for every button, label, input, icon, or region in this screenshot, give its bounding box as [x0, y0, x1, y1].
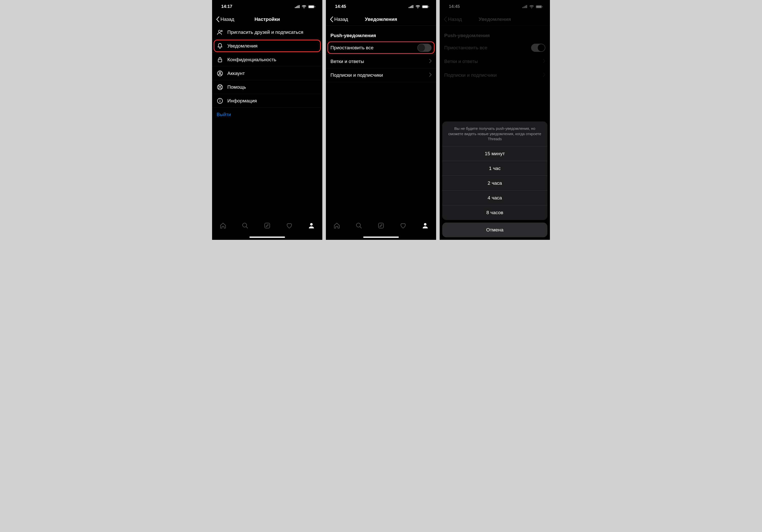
svg-point-7: [218, 30, 220, 32]
svg-rect-28: [522, 7, 523, 8]
tab-bar: [212, 218, 322, 240]
svg-point-14: [220, 99, 220, 100]
svg-rect-30: [525, 6, 526, 8]
row-threads-replies[interactable]: Ветки и ответы: [440, 55, 550, 68]
svg-rect-20: [411, 6, 412, 8]
svg-rect-3: [299, 5, 299, 8]
svg-rect-31: [526, 5, 527, 8]
sheet-option-15min[interactable]: 15 минут: [442, 146, 547, 161]
chevron-right-icon: [543, 72, 545, 78]
action-sheet-group: Вы не будете получать push-уведомления, …: [442, 121, 547, 220]
row-label: Ветки и ответы: [331, 59, 425, 64]
tab-home[interactable]: [217, 222, 229, 229]
row-label: Приостановить все: [331, 45, 413, 50]
sheet-cancel-button[interactable]: Отмена: [442, 223, 547, 237]
svg-rect-26: [378, 223, 384, 228]
status-icons: [522, 5, 543, 8]
svg-rect-24: [428, 6, 429, 7]
chevron-right-icon: [543, 59, 545, 64]
back-button[interactable]: Назад: [330, 17, 348, 22]
svg-rect-18: [409, 7, 410, 8]
settings-item-invite[interactable]: Пригласить друзей и подписаться: [212, 26, 322, 39]
back-button[interactable]: Назад: [216, 17, 234, 22]
settings-item-about[interactable]: Информация: [212, 94, 322, 108]
tab-home[interactable]: [331, 222, 343, 229]
logout-button[interactable]: Выйти: [212, 108, 322, 121]
tab-compose[interactable]: [261, 222, 273, 229]
lock-icon: [217, 56, 223, 63]
section-header-push: Push-уведомления: [440, 26, 550, 41]
settings-item-account[interactable]: Аккаунт: [212, 67, 322, 80]
screen-settings: 14:17 Назад Настройки Пригласить друзей …: [212, 0, 322, 240]
back-label: Назад: [448, 17, 462, 22]
wifi-icon: [302, 5, 306, 8]
svg-rect-34: [542, 6, 543, 7]
chevron-left-icon: [216, 17, 219, 22]
back-button[interactable]: Назад: [444, 17, 462, 22]
row-pause-all[interactable]: Приостановить все: [440, 41, 550, 55]
tab-profile[interactable]: [305, 222, 318, 229]
svg-point-17: [310, 223, 313, 226]
sheet-option-2h[interactable]: 2 часа: [442, 176, 547, 190]
svg-point-10: [219, 72, 221, 73]
invite-icon: [217, 29, 223, 36]
sheet-option-4h[interactable]: 4 часа: [442, 190, 547, 205]
settings-item-label: Пригласить друзей и подписаться: [227, 30, 318, 35]
pause-all-toggle[interactable]: [531, 44, 545, 52]
nav-header: Назад Настройки: [212, 13, 322, 26]
chevron-left-icon: [330, 17, 333, 22]
page-title: Уведомления: [479, 17, 511, 22]
row-threads-replies[interactable]: Ветки и ответы: [326, 55, 436, 68]
settings-item-help[interactable]: Помощь: [212, 80, 322, 94]
tab-compose[interactable]: [375, 222, 387, 229]
tab-activity[interactable]: [397, 222, 409, 229]
row-label: Приостановить все: [444, 45, 527, 50]
action-sheet: Вы не будете получать push-уведомления, …: [442, 121, 547, 237]
settings-item-notifications[interactable]: Уведомления: [212, 39, 322, 53]
svg-rect-16: [265, 223, 270, 228]
nav-header: Назад Уведомления: [326, 13, 436, 26]
svg-rect-2: [297, 6, 298, 8]
settings-item-label: Конфиденциальность: [227, 57, 318, 62]
tab-search[interactable]: [353, 222, 365, 229]
notifications-list: Push-уведомления Приостановить все Ветки…: [326, 26, 436, 218]
logout-label: Выйти: [217, 112, 318, 117]
row-pause-all[interactable]: Приостановить все: [326, 41, 436, 55]
svg-rect-33: [536, 6, 542, 8]
info-icon: [217, 98, 223, 104]
settings-item-label: Уведомления: [227, 43, 318, 49]
svg-rect-19: [410, 6, 411, 8]
battery-icon: [536, 5, 543, 8]
home-indicator[interactable]: [250, 237, 285, 238]
tab-search[interactable]: [239, 222, 251, 229]
chevron-right-icon: [429, 72, 431, 78]
row-following-followers[interactable]: Подписки и подписчики: [326, 68, 436, 82]
status-bar: 14:17: [212, 0, 322, 13]
status-time: 14:45: [335, 4, 346, 9]
help-icon: [217, 84, 223, 91]
chevron-right-icon: [429, 59, 431, 64]
home-indicator[interactable]: [363, 237, 399, 238]
tab-activity[interactable]: [283, 222, 295, 229]
sheet-option-1h[interactable]: 1 час: [442, 161, 547, 176]
svg-rect-0: [295, 7, 296, 8]
row-label: Подписки и подписчики: [444, 72, 539, 78]
section-header-push: Push-уведомления: [326, 26, 436, 41]
status-bar: 14:45: [326, 0, 436, 13]
tab-bar: [326, 218, 436, 240]
settings-item-privacy[interactable]: Конфиденциальность: [212, 53, 322, 67]
status-icons: [295, 5, 315, 8]
status-icons: [409, 5, 429, 8]
svg-rect-29: [524, 6, 524, 8]
wifi-icon: [529, 5, 534, 8]
bell-icon: [217, 43, 223, 49]
row-following-followers[interactable]: Подписки и подписчики: [440, 68, 550, 82]
screen-notifications: 14:45 Назад Уведомления Push-уведомления…: [326, 0, 436, 240]
pause-all-toggle[interactable]: [417, 44, 431, 52]
sheet-option-8h[interactable]: 8 часов: [442, 205, 547, 220]
battery-icon: [422, 5, 429, 8]
status-time: 14:45: [449, 4, 460, 9]
svg-rect-8: [218, 59, 222, 62]
page-title: Уведомления: [365, 17, 397, 22]
tab-profile[interactable]: [419, 222, 431, 229]
